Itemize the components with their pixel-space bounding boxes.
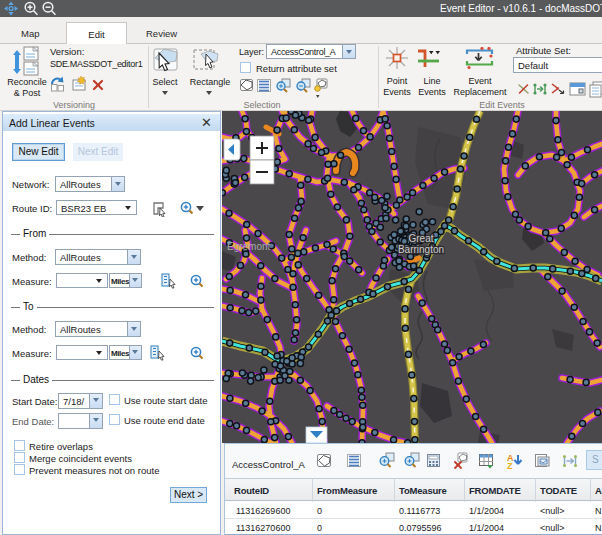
svg-text:Barrington: Barrington <box>398 244 444 255</box>
svg-text:Great: Great <box>408 233 433 244</box>
svg-text:Egremont: Egremont <box>227 241 271 252</box>
svg-text:Z: Z <box>507 461 513 471</box>
